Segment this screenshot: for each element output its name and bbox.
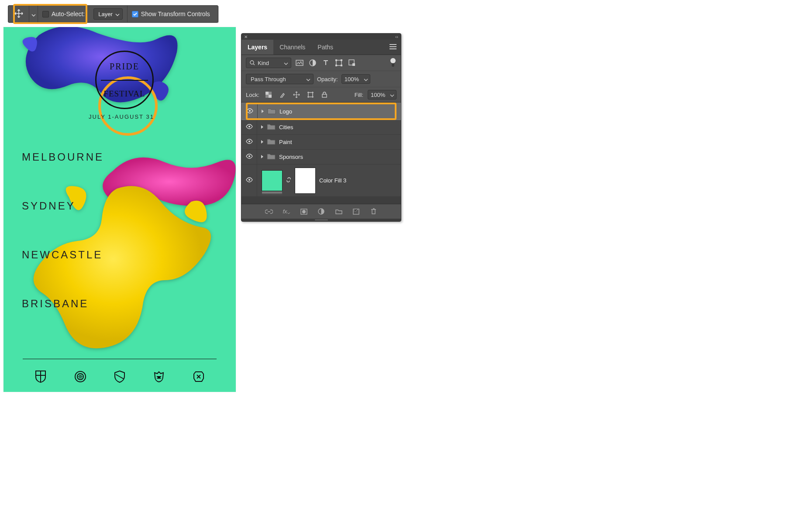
disclosure-right-icon[interactable] <box>261 124 264 130</box>
visibility-eye-icon[interactable] <box>246 124 253 130</box>
auto-select-label: Auto-Select: <box>52 10 85 17</box>
sponsor-crest-crown-icon <box>152 370 165 383</box>
logo-text-bottom: FESTIVAL <box>103 89 145 99</box>
filter-shape-icon[interactable] <box>334 58 344 68</box>
folder-icon <box>265 107 276 116</box>
folder-icon <box>264 153 276 161</box>
sponsor-row <box>3 370 236 383</box>
svg-point-21 <box>248 179 250 181</box>
svg-rect-13 <box>265 92 269 95</box>
svg-point-19 <box>248 141 250 142</box>
visibility-eye-icon[interactable] <box>246 139 253 145</box>
auto-select-target-value: Layer <box>98 11 113 17</box>
disclosure-right-icon[interactable] <box>261 108 265 115</box>
link-layers-button[interactable] <box>264 207 274 216</box>
move-icon <box>14 9 24 20</box>
svg-rect-3 <box>296 60 303 65</box>
opacity-label: Opacity: <box>317 76 338 82</box>
filter-kind-select[interactable]: Kind <box>246 58 291 68</box>
add-adjustment-button[interactable] <box>317 207 326 216</box>
lock-all-icon[interactable] <box>320 90 329 100</box>
fill-color-thumbnail[interactable] <box>262 170 283 191</box>
layer-item-paint[interactable]: Paint <box>241 135 401 150</box>
filter-pixel-icon[interactable] <box>295 58 304 68</box>
svg-point-18 <box>248 126 250 127</box>
folder-icon <box>264 123 276 131</box>
opacity-input[interactable]: 100% <box>341 74 370 84</box>
layer-item-logo[interactable]: Logo <box>241 103 401 120</box>
filter-toggle[interactable] <box>390 58 396 68</box>
logo-divider-line <box>101 80 148 81</box>
lock-artboard-icon[interactable] <box>306 90 315 100</box>
layer-item-sponsors[interactable]: Sponsors <box>241 150 401 165</box>
show-transform-checkbox[interactable] <box>132 11 138 17</box>
sponsor-shield-stripe-icon <box>113 370 126 383</box>
tab-layers[interactable]: Layers <box>241 40 273 55</box>
city-label: NEWCASTLE <box>22 249 103 261</box>
options-bar: Auto-Select: Layer Show Transform Contro… <box>8 5 218 23</box>
chevron-down-icon <box>284 61 288 65</box>
tool-preset-dropdown[interactable] <box>29 6 38 22</box>
filter-kind-value: Kind <box>258 60 269 66</box>
chevron-down-icon <box>31 12 36 16</box>
visibility-eye-icon[interactable] <box>246 108 253 115</box>
fill-input[interactable]: 100% <box>368 90 396 100</box>
delete-layer-button[interactable] <box>369 207 379 216</box>
tab-channels[interactable]: Channels <box>273 40 311 55</box>
collapse-icon[interactable]: ‹‹ <box>395 34 398 39</box>
svg-rect-16 <box>322 94 327 97</box>
paint-splash-yellow <box>30 171 217 359</box>
hamburger-icon <box>390 44 396 51</box>
logo-text-top: PRIDE <box>110 62 139 72</box>
new-layer-button[interactable] <box>352 207 361 216</box>
show-transform-group: Show Transform Controls <box>128 6 214 22</box>
lock-pixels-icon[interactable] <box>278 90 287 100</box>
layer-mask-thumbnail[interactable] <box>295 168 316 194</box>
link-icon[interactable] <box>286 177 291 184</box>
disclosure-right-icon[interactable] <box>261 154 264 160</box>
tab-paths[interactable]: Paths <box>311 40 339 55</box>
lock-transparent-icon[interactable] <box>264 90 273 100</box>
blend-mode-select[interactable]: Pass Through <box>246 74 314 84</box>
close-icon[interactable]: ✕ <box>244 34 248 39</box>
city-label: SYDNEY <box>22 200 76 212</box>
panel-titlebar[interactable]: ✕ ‹‹ <box>241 34 401 40</box>
layer-name: Color Fill 3 <box>319 177 346 184</box>
layer-item-cities[interactable]: Cities <box>241 120 401 135</box>
auto-select-checkbox[interactable] <box>42 11 49 17</box>
lock-position-icon[interactable] <box>292 90 301 100</box>
filter-smartobj-icon[interactable] <box>347 58 357 68</box>
svg-point-17 <box>249 110 251 112</box>
chevron-down-icon <box>306 77 310 81</box>
blend-mode-value: Pass Through <box>251 76 286 82</box>
panel-resize-grip[interactable] <box>241 219 401 221</box>
visibility-eye-icon[interactable] <box>246 154 253 160</box>
sponsor-coin-icon <box>74 370 87 383</box>
blend-opacity-row: Pass Through Opacity: 100% <box>241 71 401 87</box>
opacity-value: 100% <box>345 76 359 82</box>
fx-button[interactable]: fx <box>282 207 291 216</box>
filter-adjustment-icon[interactable] <box>308 58 317 68</box>
svg-rect-7 <box>341 59 342 61</box>
document-canvas[interactable]: PRIDE FESTIVAL JULY 1-AUGUST 31 MELBOURN… <box>3 27 236 392</box>
layer-item-colorfill[interactable]: Color Fill 3 <box>241 165 401 197</box>
visibility-eye-icon[interactable] <box>246 177 253 184</box>
svg-point-20 <box>248 155 250 157</box>
move-tool-button[interactable] <box>8 6 29 22</box>
filter-type-icon[interactable] <box>321 58 331 68</box>
layer-name: Logo <box>279 108 292 115</box>
layer-name: Sponsors <box>279 154 303 160</box>
chevron-down-icon <box>115 12 120 16</box>
svg-rect-6 <box>335 59 337 61</box>
add-mask-button[interactable] <box>299 207 309 216</box>
disclosure-right-icon[interactable] <box>261 139 264 145</box>
auto-select-group: Auto-Select: <box>38 6 89 22</box>
panel-menu-button[interactable] <box>385 44 401 51</box>
chevron-down-icon <box>390 93 394 97</box>
svg-rect-15 <box>308 93 313 97</box>
fill-label: Fill: <box>355 92 363 98</box>
auto-select-target[interactable]: Layer <box>89 6 128 22</box>
new-group-button[interactable] <box>334 207 344 216</box>
svg-rect-11 <box>352 63 355 66</box>
show-transform-label: Show Transform Controls <box>141 10 210 17</box>
